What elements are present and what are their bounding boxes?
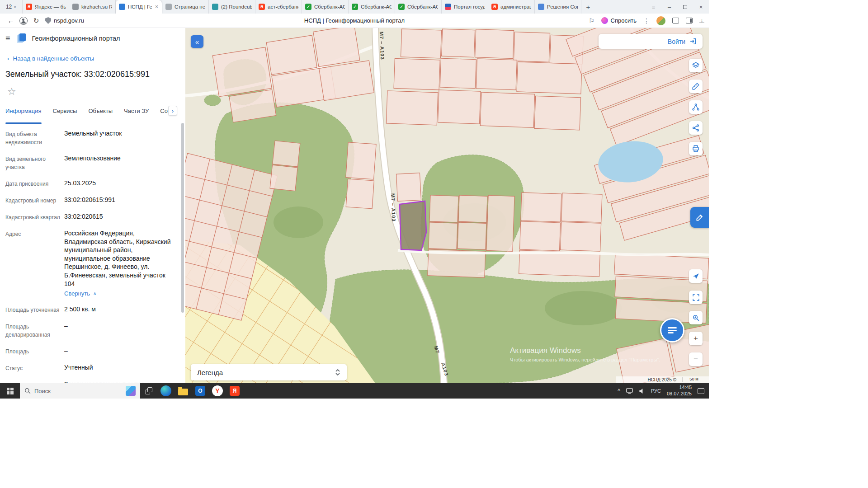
edge-browser-button[interactable] — [157, 383, 175, 399]
print-icon — [692, 145, 700, 153]
feedback-button[interactable] — [690, 207, 709, 228]
parcel-title: Земельный участок: 33:02:020615:991 — [5, 70, 150, 79]
tab-favicon — [119, 4, 125, 10]
layers-button[interactable] — [689, 59, 703, 72]
search-icon — [24, 388, 31, 394]
panel-tab[interactable]: Информация — [5, 108, 42, 120]
url-text: nspd.gov.ru — [54, 17, 84, 24]
attribute-value: Землепользование — [64, 154, 177, 163]
window-maximize-button[interactable] — [677, 0, 693, 14]
login-button[interactable]: Войти — [599, 34, 703, 49]
ask-label: Спросить — [611, 17, 637, 24]
window-minimize-button[interactable]: – — [661, 0, 677, 14]
panel-tab[interactable]: Сервисы — [53, 108, 77, 120]
browser-tab[interactable]: НСПД | Гео × — [116, 0, 162, 14]
clock-date: 08.07.2025 — [667, 391, 692, 397]
selected-parcel[interactable] — [400, 201, 426, 250]
ask-alice-button[interactable]: Спросить — [601, 17, 637, 24]
extent-button[interactable] — [689, 291, 703, 304]
taskbar-search-box[interactable]: Поиск — [20, 383, 140, 399]
browser-tab[interactable]: kirzhach.su Re — [69, 0, 116, 14]
tab-close-icon[interactable]: × — [155, 4, 159, 10]
legend-toggle[interactable]: Легенда — [191, 364, 347, 380]
browser-tab[interactable]: Портал госуд — [442, 0, 488, 14]
zoom-in-button[interactable]: + — [689, 332, 703, 345]
user-avatar[interactable] — [656, 16, 665, 25]
back-icon[interactable]: ← — [5, 17, 17, 24]
measure-button[interactable] — [689, 100, 703, 114]
panel-tab[interactable]: Объекты — [88, 108, 113, 120]
tab-favicon: ✓ — [305, 4, 311, 10]
zoom-area-icon — [692, 314, 700, 322]
attribute-value: – — [64, 322, 177, 330]
browser-tab[interactable]: ✓ Сбербанк-АС — [302, 0, 349, 14]
tab-title: Сбербанк-АС — [407, 4, 438, 9]
file-explorer-button[interactable] — [175, 383, 192, 399]
url-field[interactable]: nspd.gov.ru — [45, 17, 84, 24]
tray-expand-icon[interactable]: ^ — [618, 388, 620, 394]
svg-text:М7 – А103: М7 – А103 — [390, 193, 396, 222]
search-highlight-icon — [126, 386, 136, 396]
panel-tab[interactable]: Части ЗУ — [124, 108, 149, 120]
print-button[interactable] — [689, 142, 703, 155]
browser-menu-icon[interactable]: ≡ — [646, 0, 661, 14]
panel-tabs: ИнформацияСервисыОбъектыЧасти ЗУСоста — [5, 108, 180, 120]
side-panel-icon[interactable] — [686, 18, 693, 23]
map-canvas[interactable]: М7 – А103 М7 – А103 М7 А103 — [185, 28, 709, 383]
chat-button[interactable] — [660, 318, 684, 343]
alice-icon — [601, 17, 608, 24]
new-tab-button[interactable]: + — [581, 0, 595, 14]
outlook-button[interactable]: O — [192, 383, 209, 399]
attribute-label: Вид объекта недвижимости — [5, 129, 61, 146]
attribute-row: Адрес Российская Федерация, Владимирская… — [5, 229, 177, 297]
browser-tab[interactable]: Я Яндекс — бы — [23, 0, 69, 14]
locate-button[interactable] — [689, 269, 703, 283]
panel-scrollbar[interactable] — [181, 123, 184, 313]
browser-tab[interactable]: Я администрац — [488, 0, 535, 14]
favorite-star-icon[interactable]: ☆ — [7, 86, 16, 98]
kebab-menu-icon[interactable]: ⋮ — [643, 17, 650, 24]
zoom-area-button[interactable] — [689, 311, 703, 324]
share-button[interactable] — [689, 121, 703, 135]
browser-tab[interactable]: ✓ Сбербанк-АС — [349, 0, 395, 14]
taskbar-clock[interactable]: 14:45 08.07.2025 — [667, 385, 692, 397]
hamburger-menu-icon[interactable]: ≡ — [5, 34, 10, 43]
browser-tab[interactable]: Решения Сов — [535, 0, 581, 14]
window-close-button[interactable]: × — [693, 0, 709, 14]
collections-icon[interactable] — [672, 18, 679, 23]
browser-tab-strip: 12∨ Я Яндекс — бы kirzhach.su Re НСПД | … — [0, 0, 709, 14]
yandex-browser-icon: Y — [212, 385, 223, 396]
tabs-scroll-right-button[interactable]: › — [168, 106, 177, 116]
login-label: Войти — [668, 38, 685, 45]
action-center-icon[interactable] — [698, 388, 704, 394]
ruler-button[interactable] — [689, 80, 703, 93]
tab-favicon: ✓ — [398, 4, 405, 10]
attribute-label: Площадь декларированная — [5, 322, 61, 339]
browser-tab[interactable]: ✓ Сбербанк-АС — [395, 0, 442, 14]
start-button[interactable] — [0, 383, 20, 399]
tab-favicon: Я — [259, 4, 265, 10]
browser-tab[interactable]: Я аст-сбербанк — [255, 0, 302, 14]
refresh-icon[interactable]: ↻ — [30, 17, 42, 25]
yandex-browser-button[interactable]: Y — [209, 383, 226, 399]
locate-arrow-icon — [692, 272, 700, 280]
network-icon[interactable] — [626, 388, 633, 394]
back-to-results-link[interactable]: ‹ Назад в найденные объекты — [7, 55, 94, 62]
attribute-value: Земельный участок — [64, 129, 177, 138]
yandex-app-button[interactable]: Я — [226, 383, 243, 399]
zoom-out-button[interactable]: − — [689, 352, 703, 366]
bookmark-flag-icon[interactable]: ⚐ — [589, 17, 594, 24]
ruler-icon — [692, 82, 700, 90]
folder-icon — [178, 389, 188, 395]
profile-icon[interactable] — [17, 17, 30, 25]
speaker-icon[interactable] — [639, 388, 645, 394]
browser-tab[interactable]: Страница нед — [162, 0, 209, 14]
collapse-address-link[interactable]: Свернуть∧ — [64, 290, 96, 297]
browser-tab[interactable]: (2) Roundcub — [209, 0, 255, 14]
panel-collapse-button[interactable]: « — [191, 35, 203, 48]
attribute-value: 33:02:020615:991 — [64, 196, 177, 204]
tab-counter-button[interactable]: 12∨ — [0, 0, 23, 14]
language-indicator[interactable]: РУС — [651, 388, 661, 394]
downloads-icon[interactable]: ↓ — [699, 18, 704, 23]
task-view-button[interactable] — [140, 383, 157, 399]
